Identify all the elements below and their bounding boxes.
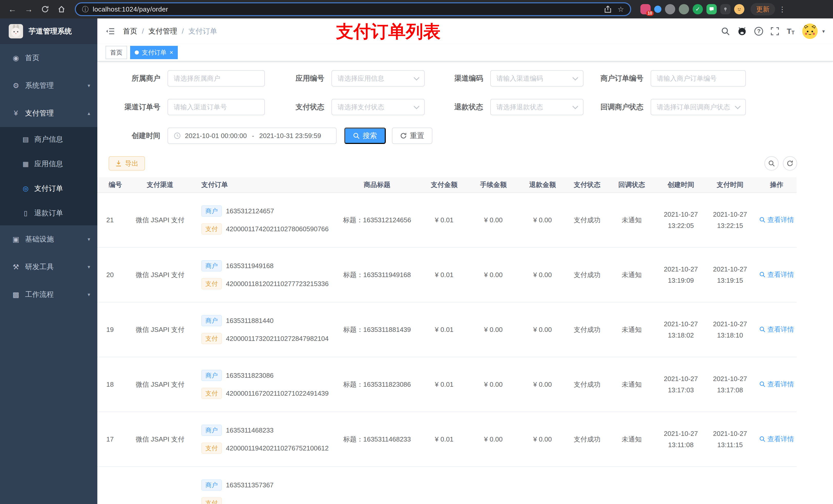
view-detail-link[interactable]: 查看详情 (759, 435, 794, 443)
sidebar-item-label: 首页 (25, 53, 90, 63)
column-header-create-time: 创建时间 (658, 177, 704, 193)
browser-forward-button[interactable]: → (22, 2, 36, 16)
table-row: 17 微信 JSAPI 支付 商户1635311468233 支付4200001… (97, 412, 796, 466)
sidebar-item-app-info[interactable]: ▦ 应用信息 (0, 152, 97, 176)
site-info-icon[interactable]: ⓘ (82, 5, 89, 14)
user-avatar[interactable] (802, 24, 818, 39)
bookmark-star-icon[interactable]: ☆ (618, 5, 624, 14)
extension-check-icon[interactable]: ✓ (693, 4, 703, 14)
refund-status-select[interactable]: 请选择退款状态 (490, 99, 584, 115)
sidebar-toggle-icon[interactable] (105, 28, 115, 35)
order-id-cell: 19 (97, 302, 123, 357)
browser-update-button[interactable]: 更新 (751, 3, 775, 15)
column-header-notify-status: 回调状态 (605, 177, 658, 193)
channel-code-select[interactable]: 请输入渠道编码 (490, 70, 584, 87)
extension-pin-icon[interactable] (720, 4, 731, 14)
select-placeholder: 请选择应用信息 (338, 74, 384, 83)
extension-grey-icon[interactable] (665, 4, 675, 14)
search-button[interactable]: 搜索 (344, 127, 386, 144)
sidebar-item-infrastructure[interactable]: ▣ 基础设施 ▾ (0, 225, 97, 253)
create-time-range-picker[interactable]: 2021-10-01 00:00:00 - 2021-10-31 23:59:5… (168, 127, 337, 144)
select-placeholder: 请选择退款状态 (496, 103, 543, 112)
create-time-cell: 2021-10-2713:19:09 (658, 247, 704, 302)
extension-grey-green-icon[interactable] (679, 4, 689, 14)
pay-tag: 支付 (201, 497, 222, 504)
extension-pink-icon[interactable]: 10 (640, 4, 651, 14)
order-id-cell: 21 (97, 193, 123, 247)
pay-time-cell: 2021-10-2713:11:15 (704, 412, 757, 466)
view-detail-link[interactable]: 查看详情 (759, 325, 794, 334)
chevron-down-icon[interactable]: ▾ (822, 28, 825, 34)
actions-cell: 查看详情 (757, 302, 796, 357)
browser-back-button[interactable]: ← (5, 2, 20, 16)
app-logo[interactable]: 芋道管理系统 (0, 19, 97, 44)
pay-status-cell: 支付成功 (569, 412, 605, 466)
tab-home[interactable]: 首页 (105, 46, 127, 59)
chevron-down-icon: ▾ (88, 264, 90, 270)
sidebar-item-label: 研发工具 (25, 262, 83, 272)
product-title-cell: 标题：1635311949168 (337, 247, 418, 302)
extension-drop-icon[interactable] (654, 6, 661, 13)
export-button[interactable]: 导出 (109, 156, 145, 171)
notify-status-select[interactable]: 请选择订单回调商户状态 (651, 99, 746, 115)
sidebar-item-dev-tools[interactable]: ⚒ 研发工具 ▾ (0, 253, 97, 281)
breadcrumb-home[interactable]: 首页 (123, 26, 137, 36)
sidebar-item-payment[interactable]: ¥ 支付管理 ▴ (0, 99, 97, 127)
pay-order-cell: 商户1635311468233 支付4200001194202110276752… (197, 412, 337, 466)
chevron-down-icon: ▾ (88, 236, 90, 242)
address-bar[interactable]: ⓘ localhost:1024/pay/order ☆ (75, 2, 631, 16)
profile-memoji-icon[interactable] (734, 4, 744, 14)
search-icon (759, 326, 765, 332)
order-id-cell: 17 (97, 412, 123, 466)
reset-button[interactable]: 重置 (392, 127, 432, 144)
pay-order-cell: 商户1635311357367 支付 (197, 466, 337, 504)
channel-order-no-input[interactable] (168, 99, 265, 115)
view-detail-link[interactable]: 查看详情 (759, 380, 794, 389)
help-icon[interactable]: ? (754, 27, 763, 35)
github-icon[interactable] (737, 27, 747, 36)
refresh-table-button[interactable] (783, 156, 797, 171)
toggle-search-button[interactable] (764, 156, 779, 171)
pay-channel-cell: 微信 JSAPI 支付 (123, 193, 197, 247)
sidebar-item-label: 应用信息 (34, 159, 63, 169)
pay-channel-cell: 微信 JSAPI 支付 (123, 247, 197, 302)
pay-time-cell: 2021-10-2713:22:15 (704, 193, 757, 247)
font-size-icon[interactable]: TT (787, 27, 794, 35)
fee-cell: ¥ 0.00 (471, 357, 516, 412)
table-header-row: 编号 支付渠道 支付订单 商品标题 支付金额 手续金额 退款金额 支付状态 回调… (97, 177, 796, 193)
view-detail-link[interactable]: 查看详情 (759, 215, 794, 224)
browser-refresh-button[interactable] (38, 2, 52, 16)
breadcrumb-payment[interactable]: 支付管理 (148, 26, 177, 36)
merchant-order-no: 1635311881440 (226, 317, 273, 325)
pay-status-select[interactable]: 请选择支付状态 (331, 99, 425, 115)
merchant-order-no-input[interactable] (651, 70, 746, 87)
share-icon[interactable] (604, 6, 612, 13)
chevron-down-icon (414, 103, 420, 110)
search-icon (759, 381, 765, 387)
sidebar-item-merchant-info[interactable]: ▤ 商户信息 (0, 127, 97, 152)
merchant-tag: 商户 (201, 315, 222, 326)
pay-channel-cell: 微信 JSAPI 支付 (123, 412, 197, 466)
view-detail-link[interactable]: 查看详情 (759, 270, 794, 279)
extension-chat-icon[interactable] (707, 4, 717, 14)
column-header-amount: 支付金额 (418, 177, 471, 193)
tab-close-icon[interactable]: × (170, 49, 173, 55)
browser-home-button[interactable] (54, 2, 69, 16)
fullscreen-icon[interactable] (771, 27, 779, 35)
order-id-cell: 20 (97, 247, 123, 302)
filter-label-app-no: 应用编号 (265, 73, 331, 83)
sidebar-item-pay-order[interactable]: ◎ 支付订单 (0, 176, 97, 201)
app-select[interactable]: 请选择应用信息 (331, 70, 425, 87)
sidebar-item-refund-order[interactable]: ▯ 退款订单 (0, 201, 97, 225)
product-title-cell: 标题：1635311468233 (337, 412, 418, 466)
tab-pay-order[interactable]: 支付订单 × (130, 46, 178, 59)
sidebar-item-workflow[interactable]: ▩ 工作流程 ▾ (0, 281, 97, 308)
sidebar-item-system[interactable]: ⚙ 系统管理 ▾ (0, 72, 97, 99)
sidebar-item-home[interactable]: ◉ 首页 (0, 44, 97, 72)
search-icon[interactable] (721, 27, 730, 35)
product-title-cell: 标题：1635312124656 (337, 193, 418, 247)
merchant-input[interactable] (168, 70, 265, 87)
browser-menu-icon[interactable]: ⋮ (777, 5, 787, 14)
table-row: 21 微信 JSAPI 支付 商户1635312124657 支付4200001… (97, 193, 796, 247)
pay-order-cell: 商户1635311823086 支付4200001167202110271022… (197, 357, 337, 412)
